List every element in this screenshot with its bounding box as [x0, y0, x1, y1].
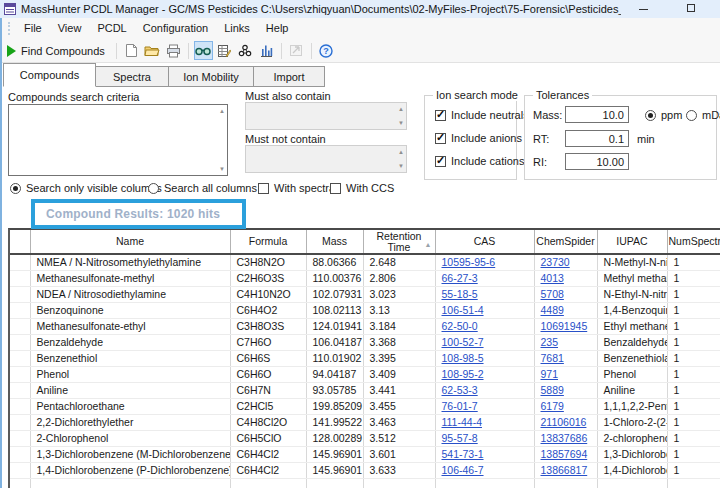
column-header-name[interactable]: Name [30, 230, 230, 254]
cell-cas-link[interactable]: 55-18-5 [442, 288, 478, 300]
row-selector[interactable] [10, 366, 30, 382]
checkbox-include-anions[interactable]: Include anions [435, 132, 522, 144]
menu-pcdl[interactable]: PCDL [89, 18, 134, 39]
scroll-down-icon[interactable]: ▼ [398, 163, 404, 169]
column-header-chemspider[interactable]: ChemSpider [534, 230, 597, 254]
scroll-up-icon[interactable]: ▲ [398, 149, 404, 155]
cell-chemspider-link[interactable]: 13857694 [541, 448, 588, 460]
table-row[interactable]: Methanesulfonate-methylC2H6O3S110.003762… [10, 270, 720, 286]
cell-cas-link[interactable]: 62-50-0 [442, 320, 478, 332]
cell-chemspider-link[interactable]: 13837686 [541, 432, 588, 444]
row-selector[interactable] [10, 446, 30, 462]
cell-chemspider-link[interactable]: 13866817 [541, 464, 588, 476]
scroll-down-icon[interactable]: ▼ [219, 166, 225, 172]
cell-cas-link[interactable]: 66-27-3 [442, 272, 478, 284]
cell-chemspider-link[interactable]: 5889 [541, 384, 564, 396]
row-selector[interactable] [10, 254, 30, 270]
scroll-down-icon[interactable]: ▼ [398, 120, 404, 126]
new-document-icon[interactable] [122, 41, 141, 60]
row-selector[interactable] [10, 350, 30, 366]
cell-chemspider-link[interactable]: 235 [541, 336, 559, 348]
table-row[interactable]: AnilineC6H7N93.057853.44162-53-35889Anil… [10, 382, 720, 398]
tab-spectra[interactable]: Spectra [95, 66, 169, 87]
tab-import[interactable]: Import [253, 66, 325, 87]
cell-chemspider-link[interactable]: 5708 [541, 288, 564, 300]
column-header-retention-time[interactable]: Retention Time▲ [363, 230, 435, 254]
view-compounds-icon[interactable] [194, 41, 213, 60]
rt-tolerance-field[interactable]: 0.1 [565, 130, 629, 147]
print-icon[interactable] [164, 41, 183, 60]
tab-compounds[interactable]: Compounds [3, 63, 96, 87]
row-selector[interactable] [10, 334, 30, 350]
cell-cas-link[interactable]: 76-01-7 [442, 400, 478, 412]
cell-cas-link[interactable]: 10595-95-6 [442, 256, 496, 268]
maximize-button[interactable] [674, 0, 708, 18]
table-row[interactable]: 2-ChlorophenolC6H5ClO128.002893.51295-57… [10, 430, 720, 446]
row-selector[interactable] [10, 286, 30, 302]
spectrum-chart-icon[interactable] [257, 41, 276, 60]
table-row[interactable]: Methanesulfonate-ethylC3H8O3S124.019413.… [10, 318, 720, 334]
scroll-up-icon[interactable]: ▲ [398, 106, 404, 112]
cell-chemspider-link[interactable]: 23730 [541, 256, 570, 268]
radio-search-all[interactable]: Search all columns [148, 182, 257, 194]
table-row[interactable]: NMEA / N-NitrosomethylethylamineC3H8N2O8… [10, 254, 720, 270]
must-not-textarea[interactable]: ▲ ▼ [245, 145, 407, 173]
row-selector[interactable] [10, 382, 30, 398]
checkbox-with-ccs[interactable]: With CCS [330, 182, 394, 194]
find-compounds-button[interactable]: Find Compounds [21, 45, 105, 57]
row-selector[interactable] [10, 430, 30, 446]
checkbox-include-cations[interactable]: Include cations [435, 155, 524, 167]
edit-compounds-icon[interactable] [215, 41, 234, 60]
menu-configuration[interactable]: Configuration [135, 18, 216, 39]
cell-cas-link[interactable]: 95-57-8 [442, 432, 478, 444]
table-row[interactable]: 1,3-Dichlorobenzene (M-Dichlorobenzene)C… [10, 446, 720, 462]
table-row[interactable]: 2,2-DichlorethyletherC4H8Cl2O141.995223.… [10, 414, 720, 430]
tab-ion-mobility[interactable]: Ion Mobility [168, 66, 254, 87]
cell-chemspider-link[interactable]: 4013 [541, 272, 564, 284]
row-selector[interactable] [10, 302, 30, 318]
criteria-textarea[interactable]: ▲ ▼ [8, 104, 228, 176]
menu-help[interactable]: Help [258, 18, 297, 39]
checkbox-include-neutrals[interactable]: Include neutrals [435, 109, 529, 121]
cell-chemspider-link[interactable]: 971 [541, 368, 559, 380]
cell-cas-link[interactable]: 111-44-4 [442, 416, 482, 428]
menu-view[interactable]: View [50, 18, 90, 39]
cell-cas-link[interactable]: 541-73-1 [442, 448, 484, 460]
radio-search-visible[interactable]: Search only visible columns [10, 182, 162, 194]
row-selector[interactable] [10, 398, 30, 414]
table-row[interactable]: BenzenethiolC6H6S110.019023.395108-98-57… [10, 350, 720, 366]
scroll-up-icon[interactable]: ▲ [219, 108, 225, 114]
menu-file[interactable]: File [16, 18, 50, 39]
column-header-iupac[interactable]: IUPAC [597, 230, 667, 254]
row-selector[interactable] [10, 270, 30, 286]
column-header-numspectra[interactable]: NumSpectra [667, 230, 720, 254]
row-selector[interactable] [10, 414, 30, 430]
table-row[interactable]: BenzoquinoneC6H4O2108.021133.13106-51-44… [10, 302, 720, 318]
must-also-textarea[interactable]: ▲ ▼ [245, 102, 407, 130]
cell-chemspider-link[interactable]: 7681 [541, 352, 564, 364]
cell-cas-link[interactable]: 62-53-3 [442, 384, 478, 396]
run-icon[interactable] [7, 45, 16, 57]
row-selector[interactable] [10, 318, 30, 334]
table-row[interactable]: BenzaldehydeC7H6O106.041873.368100-52-72… [10, 334, 720, 350]
table-row[interactable]: 1,4-Dichlorobenzene (P-Dichlorobenzene)C… [10, 462, 720, 478]
table-row[interactable]: PentachloroethaneC2HCl5199.852093.45576-… [10, 398, 720, 414]
column-header-formula[interactable]: Formula [230, 230, 306, 254]
menu-links[interactable]: Links [216, 18, 258, 39]
cell-chemspider-link[interactable]: 21106016 [541, 416, 587, 428]
checkbox-with-spectra[interactable]: With spectra [258, 182, 335, 194]
mass-tolerance-field[interactable]: 10.0 [565, 106, 629, 123]
cell-cas-link[interactable]: 108-98-5 [442, 352, 484, 364]
cell-chemspider-link[interactable]: 4489 [541, 304, 564, 316]
column-header-mass[interactable]: Mass [306, 230, 363, 254]
cell-cas-link[interactable]: 106-51-4 [442, 304, 484, 316]
cell-cas-link[interactable]: 100-52-7 [442, 336, 484, 348]
molecule-icon[interactable] [236, 41, 255, 60]
cell-cas-link[interactable]: 108-95-2 [442, 368, 484, 380]
row-selector[interactable] [10, 462, 30, 478]
radio-mda[interactable]: mDa [686, 109, 720, 121]
cell-chemspider-link[interactable]: 6179 [541, 400, 564, 412]
open-folder-icon[interactable] [143, 41, 162, 60]
column-header-cas[interactable]: CAS [435, 230, 534, 254]
cell-chemspider-link[interactable]: 10691945 [541, 320, 588, 332]
